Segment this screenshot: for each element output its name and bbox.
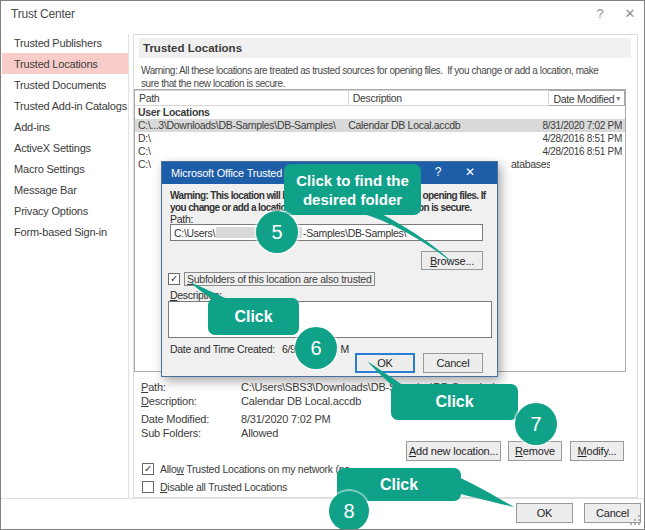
cell-description: Calendar DB Local.accdb xyxy=(345,119,542,132)
sidebar-item-trusted-locations[interactable]: Trusted Locations xyxy=(2,53,128,74)
path-suffix: -Samples\DB-Samples\ xyxy=(303,227,406,239)
callout5-bubble: Click to find the desired folder xyxy=(284,164,421,215)
cell-date: 4/28/2016 8:51 PM xyxy=(543,132,625,145)
group-label: User Locations xyxy=(135,106,349,119)
sidebar-item-label: Macro Settings xyxy=(14,163,85,175)
sidebar-item-trusted-addin-catalogs[interactable]: Trusted Add-in Catalogs xyxy=(2,95,128,116)
cell-description xyxy=(345,132,542,145)
window-title: Trust Center xyxy=(11,8,75,21)
table-row[interactable]: C:\...3\Downloads\DB-Samples\DB-Samples\… xyxy=(135,119,625,132)
column-header-path[interactable]: Path xyxy=(135,90,349,106)
callout7-number-badge: 7 xyxy=(515,403,557,445)
sidebar-item-label: Trusted Add-in Catalogs xyxy=(14,100,127,112)
date-created-tail: M xyxy=(340,343,348,355)
dialog-path-input[interactable]: C:\Users\ -Samples\DB-Samples\ xyxy=(170,224,483,241)
dialog-help-icon[interactable]: ? xyxy=(430,165,446,179)
sidebar-item-privacy-options[interactable]: Privacy Options xyxy=(2,200,128,221)
subfolders-checkbox[interactable]: ✓ Subfolders of this location are also t… xyxy=(168,272,375,286)
column-header-date-modified[interactable]: Date Modified ▾ xyxy=(549,90,625,106)
cell-date: 8/31/2020 7:02 PM xyxy=(543,119,625,132)
sidebar-item-trusted-publishers[interactable]: Trusted Publishers xyxy=(2,32,128,53)
callout7-bubble: Click xyxy=(391,384,518,420)
sidebar: Trusted Publishers Trusted Locations Tru… xyxy=(2,32,128,529)
sidebar-item-message-bar[interactable]: Message Bar xyxy=(2,179,128,200)
dialog-ok-button[interactable]: OK xyxy=(355,353,415,373)
checkbox-checked-icon: ✓ xyxy=(168,273,180,285)
trust-center-window: Trust Center ? ✕ Trusted Publishers Trus… xyxy=(0,0,645,530)
panel-header: Trusted Locations xyxy=(139,38,631,58)
close-icon[interactable]: ✕ xyxy=(621,6,639,21)
help-icon[interactable]: ? xyxy=(591,6,609,21)
detail-modified-value: 8/31/2020 7:02 PM xyxy=(241,413,331,426)
resize-grip[interactable] xyxy=(630,515,641,526)
callout8-number-badge: 8 xyxy=(329,491,369,530)
cell-date: 4/28/2016 8:51 PM xyxy=(543,145,625,158)
sidebar-item-trusted-documents[interactable]: Trusted Documents xyxy=(2,74,128,95)
sidebar-item-label: Privacy Options xyxy=(14,205,88,217)
cell-date xyxy=(550,158,625,171)
allow-network-checkbox[interactable]: ✓ Allow Trusted Locations on my network … xyxy=(142,463,350,475)
column-header-description[interactable]: Description xyxy=(349,90,550,106)
sidebar-item-addins[interactable]: Add-ins xyxy=(2,116,128,137)
sidebar-item-label: ActiveX Settings xyxy=(14,142,91,154)
browse-button[interactable]: Browse... xyxy=(421,251,483,270)
path-prefix: C:\Users\ xyxy=(174,227,215,239)
sort-arrow-icon: ▾ xyxy=(616,94,620,103)
cell-path: C:\ xyxy=(135,145,345,158)
sidebar-item-form-based-signin[interactable]: Form-based Sign-in xyxy=(2,221,128,242)
sidebar-item-label: Add-ins xyxy=(14,121,50,133)
detail-path-label: Path: xyxy=(141,381,166,394)
detail-subfolders-label: Sub Folders: xyxy=(141,427,201,440)
sidebar-item-label: Form-based Sign-in xyxy=(14,226,107,238)
table-group-row: User Locations xyxy=(135,106,625,119)
detail-description-label: Description: xyxy=(141,395,197,408)
checkbox-checked-icon: ✓ xyxy=(142,463,154,475)
detail-modified-label: Date Modified: xyxy=(141,413,209,426)
subfolders-label: Subfolders of this location are also tru… xyxy=(184,272,375,286)
detail-description-value: Calendar DB Local.accdb xyxy=(241,395,361,408)
cell-description xyxy=(345,145,542,158)
modify-button[interactable]: Modify... xyxy=(570,441,624,461)
footer-divider xyxy=(1,498,645,499)
panel-warning-line1: Warning: All these locations are treated… xyxy=(141,64,598,77)
date-created-label: Date and Time Created: xyxy=(170,343,275,355)
disable-all-label: Disable all Trusted Locations xyxy=(160,481,287,493)
add-new-location-button[interactable]: Add new location... xyxy=(406,441,501,461)
callout6-number-badge: 6 xyxy=(295,327,337,369)
callout6-bubble: Click xyxy=(208,298,299,335)
sidebar-item-label: Trusted Documents xyxy=(14,79,106,91)
table-row[interactable]: D:\ 4/28/2016 8:51 PM xyxy=(135,132,625,145)
callout5-number-badge: 5 xyxy=(256,211,298,253)
sidebar-item-label: Trusted Publishers xyxy=(14,37,102,49)
column-header-label: Date Modified xyxy=(553,93,614,105)
dialog-close-icon[interactable]: ✕ xyxy=(462,165,478,179)
cell-path: D:\ xyxy=(135,132,345,145)
detail-subfolders-value: Allowed xyxy=(241,427,278,440)
cell-path: C:\...3\Downloads\DB-Samples\DB-Samples\ xyxy=(135,119,345,132)
checkbox-unchecked-icon xyxy=(142,481,154,493)
sidebar-item-activex-settings[interactable]: ActiveX Settings xyxy=(2,137,128,158)
table-header-row: Path Description Date Modified ▾ xyxy=(135,90,625,106)
table-row[interactable]: C:\ 4/28/2016 8:51 PM xyxy=(135,145,625,158)
allow-network-label: Allow Trusted Locations on my network (n… xyxy=(160,463,350,475)
disable-all-checkbox[interactable]: Disable all Trusted Locations xyxy=(142,481,287,493)
dialog-cancel-button[interactable]: Cancel xyxy=(423,353,483,373)
sidebar-item-macro-settings[interactable]: Macro Settings xyxy=(2,158,128,179)
sidebar-item-label: Trusted Locations xyxy=(14,58,98,70)
sidebar-item-label: Message Bar xyxy=(14,184,77,196)
ok-button[interactable]: OK xyxy=(516,503,573,523)
sidebar-divider xyxy=(128,34,129,498)
